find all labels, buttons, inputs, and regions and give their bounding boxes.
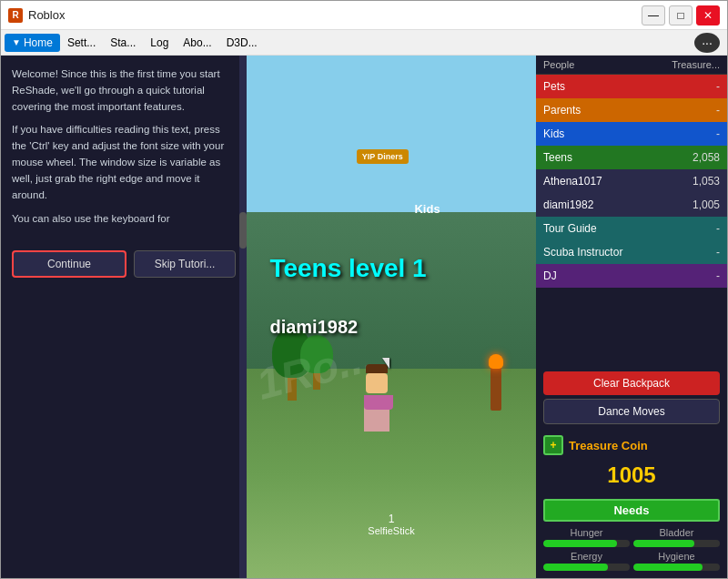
- need-energy: Energy: [543, 551, 630, 571]
- treasure-section: + Treasure Coin: [536, 430, 727, 461]
- hunger-bar-bg: [543, 540, 630, 547]
- close-button[interactable]: ✕: [696, 5, 720, 25]
- window-title: Roblox: [28, 8, 642, 22]
- col-treasure-header: Treasure...: [665, 59, 720, 70]
- energy-bar-bg: [543, 564, 630, 571]
- tab-log[interactable]: Log: [143, 34, 176, 52]
- treasure-label: Treasure Coin: [569, 439, 648, 452]
- hunger-label: Hunger: [543, 527, 630, 538]
- hygiene-bar-fill: [633, 564, 703, 571]
- tab-about[interactable]: Abo...: [176, 34, 218, 52]
- tab-d3d[interactable]: D3D...: [219, 34, 265, 52]
- char-body: [364, 395, 389, 432]
- tutorial-para-2: If you have difficulties reading this te…: [12, 122, 236, 203]
- char-head: [366, 373, 388, 393]
- dance-moves-button[interactable]: Dance Moves: [543, 399, 720, 424]
- lb-row-athena[interactable]: Athena1017 1,053: [536, 169, 727, 193]
- tutorial-para-3: You can also use the keyboard for: [12, 211, 236, 228]
- torch-flame: [489, 354, 503, 369]
- energy-label: Energy: [543, 551, 630, 562]
- lb-row-tourguide[interactable]: Tour Guide -: [536, 217, 727, 240]
- needs-grid: Hunger Bladder Energy: [543, 527, 720, 571]
- level-display: Teens level 1: [269, 254, 426, 283]
- needs-section: Needs Hunger Bladder: [536, 495, 727, 578]
- tutorial-text: Welcome! Since this is the first time yo…: [12, 66, 236, 234]
- bladder-bar-fill: [633, 540, 694, 547]
- hygiene-bar-bg: [633, 564, 720, 571]
- action-buttons: Clear Backpack Dance Moves: [536, 366, 727, 430]
- tab-home[interactable]: ▼ Home: [5, 34, 60, 52]
- lb-row-dj[interactable]: DJ -: [536, 264, 727, 288]
- leaderboard: People Treasure... Pets - Parents - Kids…: [536, 56, 727, 366]
- need-hunger: Hunger: [543, 527, 630, 547]
- content-area: Welcome! Since this is the first time yo…: [1, 56, 727, 578]
- kids-label: Kids: [414, 202, 440, 216]
- game-viewport: YIP Diners Kids 1Ro... Teens level 1 dia…: [247, 56, 536, 578]
- lb-row-diami[interactable]: diami1982 1,005: [536, 193, 727, 217]
- lb-row-pets[interactable]: Pets -: [536, 75, 727, 98]
- window-controls: — □ ✕: [642, 5, 720, 25]
- tutorial-buttons: Continue Skip Tutori...: [12, 250, 236, 278]
- main-window: R Roblox — □ ✕ ▼ Home Sett... Sta... Log…: [0, 0, 728, 579]
- tab-settings[interactable]: Sett...: [60, 34, 103, 52]
- char-skirt: [364, 395, 393, 410]
- col-people-header: People: [543, 59, 665, 70]
- tutorial-para-1: Welcome! Since this is the first time yo…: [12, 66, 236, 115]
- item-quantity: 1: [368, 513, 414, 525]
- maximize-button[interactable]: □: [669, 5, 693, 25]
- held-item: 1 SelfieStick: [368, 513, 414, 536]
- tab-stats[interactable]: Sta...: [103, 34, 143, 52]
- skip-tutorial-button[interactable]: Skip Tutori...: [134, 250, 236, 278]
- energy-bar-fill: [543, 564, 608, 571]
- username-display: diami1982: [269, 317, 358, 338]
- continue-button[interactable]: Continue: [12, 250, 126, 278]
- menu-bar: ▼ Home Sett... Sta... Log Abo... D3D... …: [1, 30, 727, 56]
- more-options-button[interactable]: ···: [694, 33, 720, 53]
- need-hygiene: Hygiene: [633, 551, 720, 571]
- left-panel: Welcome! Since this is the first time yo…: [1, 56, 247, 578]
- tree-mid: [298, 335, 335, 390]
- bladder-bar-bg: [633, 540, 720, 547]
- game-sign: YIP Diners: [357, 149, 409, 164]
- minimize-button[interactable]: —: [642, 5, 665, 25]
- treasure-icon: +: [543, 435, 563, 455]
- hunger-bar-fill: [543, 540, 617, 547]
- app-icon: R: [8, 8, 23, 23]
- hygiene-label: Hygiene: [633, 551, 720, 562]
- treasure-count: 1005: [536, 461, 727, 495]
- left-scrollbar[interactable]: [239, 56, 247, 578]
- scrollbar-thumb[interactable]: [239, 212, 247, 249]
- torch-post: [490, 365, 501, 411]
- leaderboard-header: People Treasure...: [536, 56, 727, 75]
- needs-header: Needs: [543, 499, 720, 522]
- lb-row-scuba[interactable]: Scuba Instructor -: [536, 240, 727, 264]
- need-bladder: Bladder: [633, 527, 720, 547]
- player-character: [364, 364, 389, 432]
- lb-row-parents[interactable]: Parents -: [536, 98, 727, 122]
- right-panel: People Treasure... Pets - Parents - Kids…: [536, 56, 727, 578]
- mouse-cursor: [382, 358, 389, 369]
- title-bar: R Roblox — □ ✕: [1, 1, 727, 30]
- item-name: SelfieStick: [368, 525, 414, 536]
- lb-row-teens[interactable]: Teens 2,058: [536, 146, 727, 169]
- bladder-label: Bladder: [633, 527, 720, 538]
- lb-row-kids[interactable]: Kids -: [536, 122, 727, 146]
- clear-backpack-button[interactable]: Clear Backpack: [543, 371, 720, 395]
